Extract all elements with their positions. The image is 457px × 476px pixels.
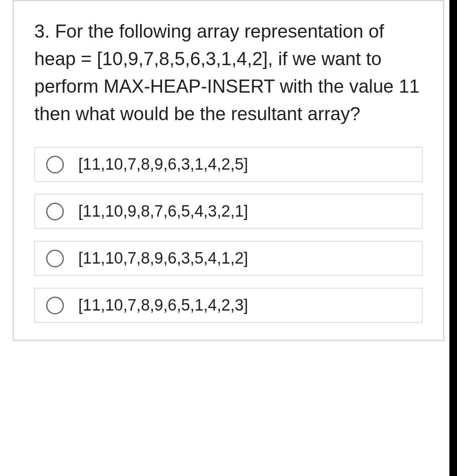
option-label: [11,10,7,8,9,6,5,1,4,2,3] — [78, 296, 248, 314]
radio-icon — [46, 203, 64, 220]
option-c[interactable]: [11,10,7,8,9,6,3,5,4,1,2] — [34, 241, 423, 276]
option-a[interactable]: [11,10,7,8,9,6,3,1,4,2,5] — [34, 147, 423, 182]
option-label: [11,10,9,8,7,6,5,4,3,2,1] — [78, 202, 248, 220]
option-d[interactable]: [11,10,7,8,9,6,5,1,4,2,3] — [34, 288, 423, 323]
option-b[interactable]: [11,10,9,8,7,6,5,4,3,2,1] — [34, 194, 423, 229]
question-card: 3. For the following array representatio… — [13, 0, 444, 341]
right-edge-border — [449, 0, 457, 476]
question-text: 3. For the following array representatio… — [34, 17, 423, 127]
radio-icon — [46, 156, 64, 173]
option-label: [11,10,7,8,9,6,3,1,4,2,5] — [78, 155, 248, 173]
option-label: [11,10,7,8,9,6,3,5,4,1,2] — [78, 249, 248, 267]
radio-icon — [46, 297, 64, 314]
options-list: [11,10,7,8,9,6,3,1,4,2,5] [11,10,9,8,7,6… — [34, 147, 423, 323]
radio-icon — [46, 250, 64, 267]
